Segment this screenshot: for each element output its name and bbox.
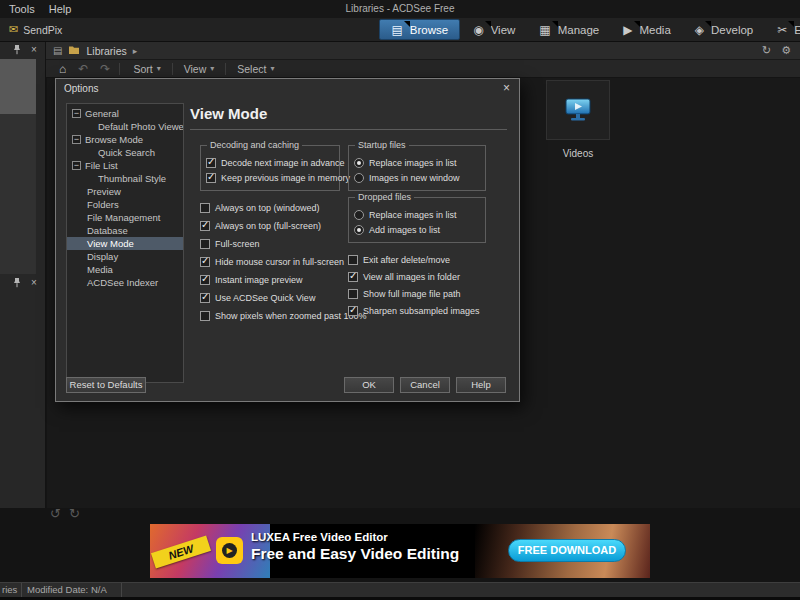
tree-item-media[interactable]: Media bbox=[67, 263, 183, 276]
ok-button[interactable]: OK bbox=[344, 377, 394, 393]
options-dialog: Options × −GeneralDefault Photo Viewer−B… bbox=[55, 78, 520, 402]
checkbox-box: ✓ bbox=[348, 306, 358, 316]
tree-item-file-list[interactable]: −File List bbox=[67, 159, 183, 172]
pin-icon[interactable] bbox=[12, 41, 22, 59]
tree-item-file-management[interactable]: File Management bbox=[67, 211, 183, 224]
checkbox-use-acdsee-quick-view[interactable]: ✓Use ACDSee Quick View bbox=[200, 289, 340, 307]
checkbox-sharpen-subsampled-images[interactable]: ✓Sharpen subsampled images bbox=[348, 302, 486, 319]
tree-item-quick-search[interactable]: Quick Search bbox=[67, 146, 183, 159]
radio-label: Replace images in list bbox=[369, 158, 457, 168]
close-panel-icon[interactable]: × bbox=[31, 45, 37, 55]
free-download-button[interactable]: FREE DOWNLOAD bbox=[508, 539, 626, 562]
tree-item-preview[interactable]: Preview bbox=[67, 185, 183, 198]
radio-circle bbox=[354, 225, 364, 235]
tree-collapse-icon[interactable]: − bbox=[72, 135, 81, 144]
caret-down-icon: ▾ bbox=[270, 64, 274, 73]
back-icon[interactable]: ↶ bbox=[73, 62, 93, 76]
pin-icon[interactable] bbox=[12, 274, 22, 292]
checkbox-view-all-images-in-folder[interactable]: ✓View all images in folder bbox=[348, 268, 486, 285]
cancel-button[interactable]: Cancel bbox=[400, 377, 450, 393]
radio-replace-images-in-list[interactable]: Replace images in list bbox=[354, 155, 481, 170]
menu-help[interactable]: Help bbox=[42, 0, 79, 18]
tab-e[interactable]: ✂E bbox=[766, 19, 800, 40]
settings-gear-icon[interactable]: ⚙ bbox=[781, 44, 791, 57]
collapsed-panel-lower[interactable] bbox=[0, 114, 36, 274]
eye-icon: ◉ bbox=[473, 23, 483, 37]
tab-browse[interactable]: ▤Browse bbox=[379, 19, 460, 40]
checkbox-decode-next-image-in-advance[interactable]: ✓Decode next image in advance bbox=[206, 155, 335, 170]
checkbox-keep-previous-image-in-memory[interactable]: ✓Keep previous image in memory bbox=[206, 170, 335, 185]
select-dropdown[interactable]: Select▾ bbox=[228, 63, 283, 75]
reset-to-defaults-button[interactable]: Reset to Defaults bbox=[66, 377, 146, 393]
luxea-logo: ▶ bbox=[216, 537, 243, 564]
view-dropdown[interactable]: View▾ bbox=[175, 63, 224, 75]
checkbox-label: Hide mouse cursor in full-screen bbox=[215, 257, 344, 267]
rotate-left-icon[interactable]: ↺ bbox=[50, 506, 61, 521]
tab-media[interactable]: ▶Media bbox=[612, 19, 682, 40]
dropped-list: Replace images in listAdd images to list bbox=[354, 207, 481, 237]
breadcrumb-chevron-icon[interactable]: ▸ bbox=[133, 46, 138, 56]
tab-view[interactable]: ◉View bbox=[462, 19, 526, 40]
dialog-close-icon[interactable]: × bbox=[499, 81, 514, 96]
panel-toggle-icon[interactable]: ▤ bbox=[53, 45, 62, 56]
tab-notch-icon bbox=[634, 21, 640, 27]
browse-grid-icon: ▤ bbox=[391, 23, 402, 37]
ad-title: LUXEA Free Video Editor bbox=[251, 531, 459, 543]
window-title: Libraries - ACDSee Free bbox=[200, 0, 600, 18]
tree-item-display[interactable]: Display bbox=[67, 250, 183, 263]
radio-add-images-to-list[interactable]: Add images to list bbox=[354, 222, 481, 237]
checkbox-full-screen[interactable]: Full-screen bbox=[200, 235, 340, 253]
tree-item-label: Default Photo Viewer bbox=[98, 121, 183, 132]
group-title: Decoding and caching bbox=[207, 140, 302, 150]
tree-item-general[interactable]: −General bbox=[67, 107, 183, 120]
collapsed-panel[interactable] bbox=[0, 59, 36, 114]
radio-circle bbox=[354, 210, 364, 220]
tree-item-folders[interactable]: Folders bbox=[67, 198, 183, 211]
forward-icon[interactable]: ↷ bbox=[95, 62, 115, 76]
tab-label: E bbox=[794, 24, 800, 36]
radio-dot bbox=[357, 161, 361, 165]
tree-item-view-mode[interactable]: View Mode bbox=[67, 237, 183, 250]
checkbox-box bbox=[200, 203, 210, 213]
checkbox-instant-image-preview[interactable]: ✓Instant image preview bbox=[200, 271, 340, 289]
refresh-icon[interactable]: ↻ bbox=[762, 44, 771, 57]
checkbox-box: ✓ bbox=[200, 293, 210, 303]
checkbox-show-full-image-file-path[interactable]: Show full image file path bbox=[348, 285, 486, 302]
sort-dropdown[interactable]: Sort▾ bbox=[124, 63, 169, 75]
group-title: Startup files bbox=[355, 140, 409, 150]
tab-manage[interactable]: ▦Manage bbox=[528, 19, 610, 40]
menu-tools[interactable]: Tools bbox=[2, 0, 42, 18]
checkbox-exit-after-delete-move[interactable]: Exit after delete/move bbox=[348, 251, 486, 268]
checkbox-box: ✓ bbox=[348, 272, 358, 282]
tree-item-thumbnail-style[interactable]: Thumbnail Style bbox=[67, 172, 183, 185]
rotate-right-icon[interactable]: ↻ bbox=[69, 506, 80, 521]
help-button[interactable]: Help bbox=[456, 377, 506, 393]
tree-item-database[interactable]: Database bbox=[67, 224, 183, 237]
checkbox-label: Always on top (windowed) bbox=[215, 203, 320, 213]
folder-tile-videos[interactable]: Videos bbox=[542, 80, 614, 159]
tab-develop[interactable]: ◈Develop bbox=[684, 19, 764, 40]
checkbox-hide-mouse-cursor-in-full-screen[interactable]: ✓Hide mouse cursor in full-screen bbox=[200, 253, 340, 271]
tree-item-browse-mode[interactable]: −Browse Mode bbox=[67, 133, 183, 146]
radio-replace-images-in-list[interactable]: Replace images in list bbox=[354, 207, 481, 222]
tree-item-default-photo-viewer[interactable]: Default Photo Viewer bbox=[67, 120, 183, 133]
tree-collapse-icon[interactable]: − bbox=[72, 109, 81, 118]
radio-images-in-new-window[interactable]: Images in new window bbox=[354, 170, 481, 185]
toolbar-separator bbox=[172, 63, 173, 75]
checkbox-always-on-top-full-screen[interactable]: ✓Always on top (full-screen) bbox=[200, 217, 340, 235]
sendpix-button[interactable]: ✉ SendPix bbox=[3, 18, 68, 41]
ad-banner[interactable]: NEW ▶ LUXEA Free Video Editor Free and E… bbox=[150, 524, 650, 578]
tab-icon-wrap: ▤ bbox=[391, 23, 402, 37]
checkbox-label: Always on top (full-screen) bbox=[215, 221, 321, 231]
checkbox-always-on-top-windowed[interactable]: Always on top (windowed) bbox=[200, 199, 340, 217]
left-sidebar: × × bbox=[0, 42, 46, 508]
breadcrumb-location[interactable]: Libraries bbox=[86, 45, 126, 57]
toolbar-separator bbox=[119, 63, 120, 75]
tree-item-label: Quick Search bbox=[98, 147, 155, 158]
tree-collapse-icon[interactable]: − bbox=[72, 161, 81, 170]
tree-item-acdsee-indexer[interactable]: ACDSee Indexer bbox=[67, 276, 183, 289]
close-panel-icon[interactable]: × bbox=[31, 278, 37, 288]
checkbox-show-pixels-when-zoomed-past-100[interactable]: Show pixels when zoomed past 100% bbox=[200, 307, 340, 325]
home-icon[interactable]: ⌂ bbox=[54, 62, 71, 76]
tab-label: Manage bbox=[558, 24, 600, 36]
